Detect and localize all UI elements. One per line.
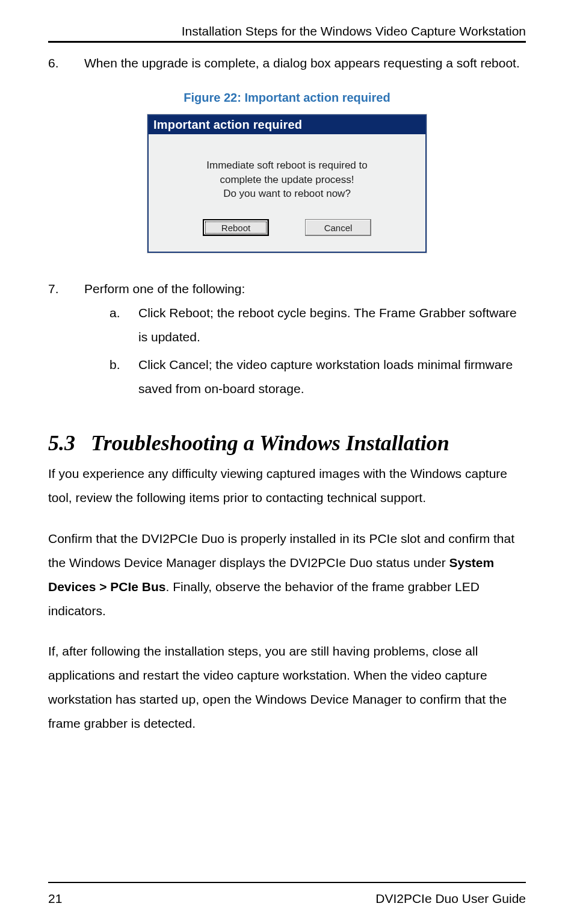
dialog-figure: Important action required Immediate soft…: [48, 114, 526, 253]
step-7a-marker: a.: [110, 301, 124, 349]
reboot-button[interactable]: Reboot: [203, 219, 269, 236]
section-title: Troubleshooting a Windows Installation: [91, 431, 449, 455]
step-7: 7. Perform one of the following: a. Clic…: [48, 277, 526, 404]
dialog-message-line-3: Do you want to reboot now?: [167, 187, 407, 201]
step-7b: b. Click Cancel; the video capture works…: [110, 353, 526, 401]
dialog-message: Immediate soft reboot is required to com…: [167, 158, 407, 201]
dialog-window: Important action required Immediate soft…: [147, 114, 427, 253]
section-p2-part-a: Confirm that the DVI2PCIe Duo is properl…: [48, 532, 514, 569]
section-paragraph-1: If you experience any difficulty viewing…: [48, 462, 526, 510]
dialog-button-row: Reboot Cancel: [167, 219, 407, 236]
footer-rule: [48, 882, 526, 883]
page-footer: 21 DVI2PCIe Duo User Guide: [48, 882, 526, 906]
step-7b-text: Click Cancel; the video capture workstat…: [138, 353, 526, 401]
section-heading: 5.3Troubleshooting a Windows Installatio…: [48, 431, 526, 456]
running-header: Installation Steps for the Windows Video…: [48, 24, 526, 43]
dialog-body: Immediate soft reboot is required to com…: [149, 134, 425, 252]
section-paragraph-2: Confirm that the DVI2PCIe Duo is properl…: [48, 527, 526, 623]
step-6-marker: 6.: [48, 51, 66, 75]
guide-title: DVI2PCIe Duo User Guide: [375, 891, 526, 906]
ordered-list-numeric: 6. When the upgrade is complete, a dialo…: [48, 51, 526, 75]
cancel-button[interactable]: Cancel: [305, 219, 371, 236]
step-6-text: When the upgrade is complete, a dialog b…: [84, 51, 520, 75]
footer-row: 21 DVI2PCIe Duo User Guide: [48, 891, 526, 906]
dialog-message-line-2: complete the update process!: [167, 173, 407, 187]
section-number: 5.3: [48, 431, 75, 455]
ordered-list-numeric-cont: 7. Perform one of the following: a. Clic…: [48, 277, 526, 404]
ordered-list-alpha: a. Click Reboot; the reboot cycle begins…: [84, 301, 526, 401]
step-7a: a. Click Reboot; the reboot cycle begins…: [110, 301, 526, 349]
step-6: 6. When the upgrade is complete, a dialo…: [48, 51, 526, 75]
step-7-content: Perform one of the following: a. Click R…: [84, 277, 526, 404]
step-7-marker: 7.: [48, 277, 66, 404]
section-paragraph-3: If, after following the installation ste…: [48, 639, 526, 736]
figure-caption: Figure 22: Important action required: [48, 91, 526, 105]
page-number: 21: [48, 891, 62, 906]
step-7a-text: Click Reboot; the reboot cycle begins. T…: [138, 301, 526, 349]
dialog-message-line-1: Immediate soft reboot is required to: [167, 158, 407, 173]
step-7-text: Perform one of the following:: [84, 277, 526, 301]
step-7b-marker: b.: [110, 353, 124, 401]
dialog-titlebar: Important action required: [149, 116, 425, 134]
